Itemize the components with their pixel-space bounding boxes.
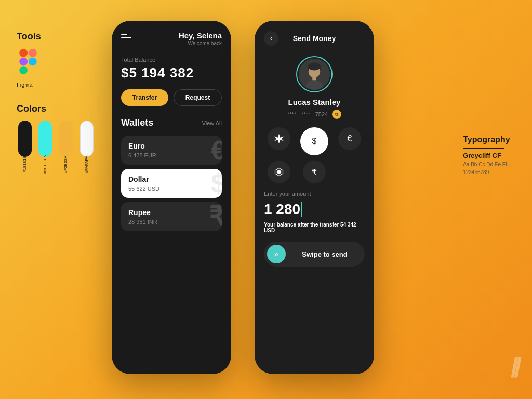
wallet-rupee-name: Rupee <box>128 208 215 217</box>
hamburger-line-2 <box>121 37 131 38</box>
svg-point-8 <box>308 63 321 71</box>
amount-value: 1 280 <box>264 201 300 218</box>
wallet-euro-amount: 6 428 EUR <box>128 152 215 158</box>
amount-label: Enter your amount <box>264 191 365 197</box>
figma-icon <box>17 48 39 75</box>
font-sample-1: Aa Bb Cc Dd Ee Ff... <box>463 161 511 168</box>
currency-btn-dollar[interactable]: $ <box>300 127 328 155</box>
swatch-cyan-block <box>38 121 52 157</box>
binance-icon <box>273 133 285 144</box>
send-title: Send Money <box>293 34 336 43</box>
currency-btn-crypto[interactable] <box>268 161 290 183</box>
svg-rect-0 <box>19 49 28 57</box>
greeting-text: Hey, Selena Welcome back <box>179 31 222 46</box>
swatch-yellow: #F2B33A <box>57 121 74 167</box>
typography-divider <box>463 148 504 149</box>
wallet-rupee-amount: 28 981 INR <box>128 219 215 225</box>
wallet-euro-icon: € <box>211 137 222 164</box>
view-all-link[interactable]: View All <box>202 120 222 126</box>
avatar-image <box>299 59 330 90</box>
copy-icon[interactable]: ⧉ <box>332 110 341 119</box>
balance-amount: $5 194 382 <box>121 65 222 81</box>
font-sample-2: 123456789 <box>463 168 511 176</box>
swatch-white-block <box>80 121 94 157</box>
currency-btn-euro[interactable]: € <box>338 127 361 150</box>
swipe-to-send-button[interactable]: » Swipe to send <box>264 242 365 267</box>
color-swatches: #181818 #3EECE6 #F2B33A #FAFAFA <box>17 121 79 167</box>
avatar-ring <box>296 56 332 92</box>
currency-btn-rupee[interactable]: ₹ <box>303 161 326 183</box>
greeting-sub: Welcome back <box>179 41 222 46</box>
recipient-name: Lucas Stanley <box>288 98 341 107</box>
balance-after-label: Your balance after the transfer <box>264 222 339 228</box>
crypto-icon <box>274 167 284 177</box>
send-header: ‹ Send Money <box>264 31 365 46</box>
wallet-dollar-amount: 55 622 USD <box>128 185 215 192</box>
wallet-rupee-icon: ₹ <box>209 203 222 230</box>
tools-title: Tools <box>17 31 79 42</box>
colors-title: Colors <box>17 103 79 114</box>
card-number: **** - **** - 7524 <box>287 111 328 117</box>
currency-selector: $ € ₹ <box>264 127 365 183</box>
balance-label: Total Balance <box>121 57 222 63</box>
swatch-dark-block <box>18 121 32 157</box>
amount-display: 1 280 <box>264 201 365 218</box>
phone-left: Hey, Selena Welcome back Total Balance $… <box>112 21 231 374</box>
swatch-white: #FAFAFA <box>78 121 96 167</box>
svg-point-4 <box>29 58 37 66</box>
svg-rect-3 <box>19 66 28 74</box>
phone-left-header: Hey, Selena Welcome back <box>121 31 222 46</box>
wallet-card-dollar[interactable]: Dollar 55 622 USD $ <box>121 169 222 198</box>
font-name: Greycliff CF <box>463 152 511 159</box>
svg-marker-13 <box>277 170 281 174</box>
wallet-card-rupee[interactable]: Rupee 28 981 INR ₹ <box>121 202 222 231</box>
swipe-text: Swipe to send <box>292 250 357 258</box>
swatch-yellow-label: #F2B33A <box>63 156 68 173</box>
wallet-dollar-icon: $ <box>211 170 222 197</box>
currency-btn-binance[interactable] <box>268 127 290 150</box>
balance-after-currency: USD <box>264 228 275 233</box>
wallet-dollar-name: Dollar <box>128 175 215 183</box>
request-button[interactable]: Request <box>174 89 222 106</box>
svg-rect-1 <box>29 49 37 57</box>
swipe-arrow-icon: » <box>267 245 286 263</box>
greeting-hey: Hey, Selena <box>179 31 222 40</box>
left-panel: Tools Figma Colors #181818 #3EECE6 #F2B3… <box>17 31 79 167</box>
wallet-euro-name: Euro <box>128 142 215 150</box>
swatch-cyan: #3EECE6 <box>36 121 54 167</box>
balance-after-amount: 54 342 <box>340 222 356 228</box>
svg-marker-11 <box>274 134 284 143</box>
avatar-section: Lucas Stanley **** - **** - 7524 ⧉ <box>264 56 365 119</box>
balance-after-text: Your balance after the transfer 54 342 U… <box>264 222 365 233</box>
slash-decoration: // <box>511 352 517 383</box>
swatch-yellow-block <box>59 121 73 157</box>
wallets-header: Wallets View All <box>121 117 222 128</box>
swatch-dark: #181818 <box>17 121 33 167</box>
action-buttons: Transfer Request <box>121 89 222 106</box>
wallets-title: Wallets <box>121 117 153 128</box>
svg-rect-2 <box>19 58 28 66</box>
card-number-row: **** - **** - 7524 ⧉ <box>287 110 341 119</box>
back-button[interactable]: ‹ <box>264 31 278 46</box>
colors-section: Colors #181818 #3EECE6 #F2B33A #FAFAFA <box>17 103 79 167</box>
swatch-white-label: #FAFAFA <box>84 156 89 174</box>
swatch-dark-label: #181818 <box>22 156 27 172</box>
hamburger-menu-icon[interactable] <box>121 34 131 38</box>
avatar-svg <box>299 59 330 90</box>
svg-rect-10 <box>312 76 316 81</box>
hamburger-line-1 <box>121 34 127 35</box>
figma-label: Figma <box>17 82 79 88</box>
transfer-button[interactable]: Transfer <box>121 89 168 106</box>
wallet-card-euro[interactable]: Euro 6 428 EUR € <box>121 136 222 165</box>
amount-cursor <box>301 202 302 217</box>
typography-section: Typography Greycliff CF Aa Bb Cc Dd Ee F… <box>463 135 511 176</box>
typography-title: Typography <box>463 135 511 144</box>
phone-right: ‹ Send Money L <box>255 21 374 374</box>
swatch-cyan-label: #3EECE6 <box>43 155 47 174</box>
